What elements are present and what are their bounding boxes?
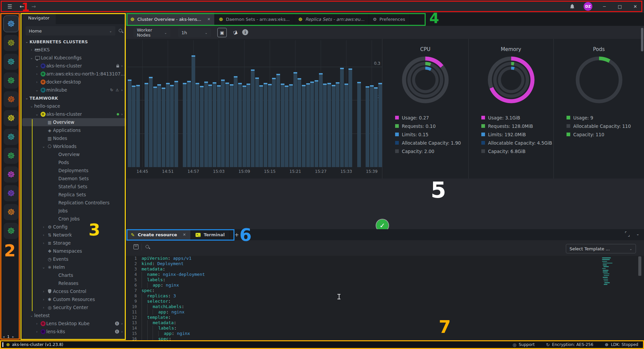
tree-item[interactable]: ›Access Control [22,287,126,295]
main-tab-1[interactable]: ☸Cluster Overview - aks-lens...✕ [126,13,215,26]
cluster-icon[interactable]: ☸ [4,129,18,145]
chart-bar [310,82,314,167]
cluster-icon[interactable]: ☸ [4,204,18,220]
minimize-button[interactable]: ─ [601,4,608,9]
cluster-icon[interactable]: ☸ [4,110,18,126]
cluster-icon[interactable]: ☸ [4,35,18,51]
navigator-tab[interactable]: Navigator [22,13,56,24]
tree-item-label: Overview [53,119,74,125]
status-item-encryption[interactable]: ↻Encryption: AES-256 [546,342,593,347]
main-tab-4[interactable]: ⚙Preferences [369,13,410,26]
cluster-icon[interactable]: ☸ [4,72,18,89]
cpu-metric-toggle[interactable]: ▣ [217,28,227,37]
tree-item[interactable]: ⌄☸minikube↻⚠› [22,86,126,94]
cluster-icon[interactable]: ☸ [4,223,18,239]
back-icon[interactable]: ← [19,3,24,10]
tree-item[interactable]: ◈Applications [22,126,126,134]
nodes-select[interactable]: Worker Nodes ⌄ [133,28,170,37]
tree-item[interactable]: Cron Jobs [22,215,126,223]
tree-item[interactable]: ⌄☸aks-lens-cluster› [22,62,126,70]
tree-item[interactable]: Releases [22,279,126,287]
editor-code: metadata: [142,266,644,272]
tree-item[interactable]: Stateful Sets [22,183,126,191]
tree-item[interactable]: ›awsEKS [22,46,126,54]
info-icon[interactable]: i [242,29,248,35]
close-tab-icon[interactable]: ✕ [207,17,210,21]
main-tab-3[interactable]: ☸Replica Sets - arn:aws:eu... [294,13,369,26]
time-range-select[interactable]: 1h ⌄ [178,28,211,37]
tree-item[interactable]: ⌄☸aks-lens-cluster› [22,110,126,118]
tree-item[interactable]: Jobs [22,207,126,215]
template-select[interactable]: Select Template ... ⌄ [566,244,636,253]
tree-item[interactable]: Replication Controllers [22,199,126,207]
tree-item[interactable]: ›⚙Config [22,223,126,231]
tree-item-label: Namespaces [53,248,82,254]
tree-item[interactable]: ›☸Lens Desktop Kubei› [22,319,126,328]
cluster-icon[interactable]: ☸ [4,185,18,201]
tree-item[interactable]: ⌄Local Kubeconfigs [22,54,126,62]
editor-line-number: 16 [126,336,142,340]
collapse-dock-icon[interactable]: ⌄ [636,232,639,236]
tree-item[interactable]: Pods [22,158,126,166]
dock-tab-terminal[interactable]: >_Terminal [191,229,230,240]
tree-item[interactable]: ⌄⎈Helm [22,263,126,271]
cluster-icon[interactable]: ☸ [4,54,18,70]
tree-item[interactable]: ›✱Custom Resources [22,295,126,303]
navigator-scrollbar[interactable] [124,27,126,111]
new-dock-tab-button[interactable]: + [230,229,244,240]
close-tab-icon[interactable]: ✕ [183,233,186,237]
maximize-button[interactable]: □ [616,4,623,9]
eraser-icon[interactable]: ◪ [229,27,240,38]
forward-icon[interactable]: → [32,3,36,10]
main-tab-2[interactable]: ☸Daemon Sets - arn:aws:eks... [215,13,294,26]
pager-next-icon[interactable]: ▸ [12,335,14,339]
tree-item[interactable]: ›☸docker-desktop [22,78,126,86]
tree-item[interactable]: ›⇅Network [22,231,126,239]
cluster-icon[interactable]: ☸ [4,148,18,164]
status-item-ldk[interactable]: ☸LDK: Stopped [605,342,638,347]
tree-section[interactable]: ⌄KUBERNETES CLUSTERS [22,38,126,46]
search-icon[interactable] [146,245,150,250]
editor-line-number: 4 [126,272,142,277]
tree-item[interactable]: ⌄leetest [22,311,126,319]
tree-item-label: aks-lens-cluster [46,111,82,117]
dock-tab-create-resource[interactable]: ✎Create resource✕ [126,229,191,240]
minimap-line [603,270,608,271]
tree-item[interactable]: ⌄⎔Workloads [22,142,126,150]
status-item-label: Encryption: AES-256 [552,342,593,347]
tree-item[interactable]: Deployments [22,166,126,174]
close-button[interactable]: ✕ [632,4,639,9]
expand-dock-icon[interactable] [625,232,630,236]
bell-icon[interactable] [570,4,575,9]
tree-item[interactable]: ❖Namespaces [22,247,126,255]
yaml-colon: : [152,288,155,293]
tree-section[interactable]: ⌄TEAMWORK [22,94,126,102]
tree-item[interactable]: ▥Nodes [22,134,126,142]
cluster-icon[interactable]: ☸ [4,91,18,107]
editor-scrollbar[interactable] [638,256,641,276]
status-item-support[interactable]: ◎Support [513,342,535,347]
aws-icon: aws [34,48,41,51]
tree-item-selected[interactable]: ▦Overview [22,118,126,126]
tree-item-label: Applications [53,128,80,133]
search-icon[interactable] [119,29,123,33]
tree-item[interactable]: ⌄hello-space [22,102,126,110]
tree-item[interactable]: ›◎Security Center [22,303,126,311]
hamburger-menu-icon[interactable]: ☰ [7,3,12,10]
tree-item[interactable]: ›☸lens-k8si› [22,328,126,336]
catalog-select[interactable]: Home ⌄ [25,26,115,36]
pager-prev-icon[interactable]: ◂ [3,335,5,339]
tree-item[interactable]: ◷Events [22,255,126,263]
tree-item[interactable]: ›☸arn:aws:eks:eu-north-1:84131072... [22,70,126,78]
tree-item[interactable]: Charts [22,271,126,279]
yaml-editor[interactable]: 1apiVersion: apps/v12kind: Deployment3me… [126,256,644,340]
tree-item[interactable]: Replica Sets [22,191,126,199]
tree-item[interactable]: Daemon Sets [22,174,126,183]
save-icon[interactable] [133,244,139,250]
cluster-icon[interactable]: ☸ [3,15,19,32]
main-scrollbar[interactable] [641,28,643,51]
tree-item[interactable]: Overview [22,150,126,158]
cluster-icon[interactable]: ☸ [4,166,18,183]
avatar[interactable]: DZ [584,2,592,11]
tree-item[interactable]: ›≣Storage [22,239,126,247]
